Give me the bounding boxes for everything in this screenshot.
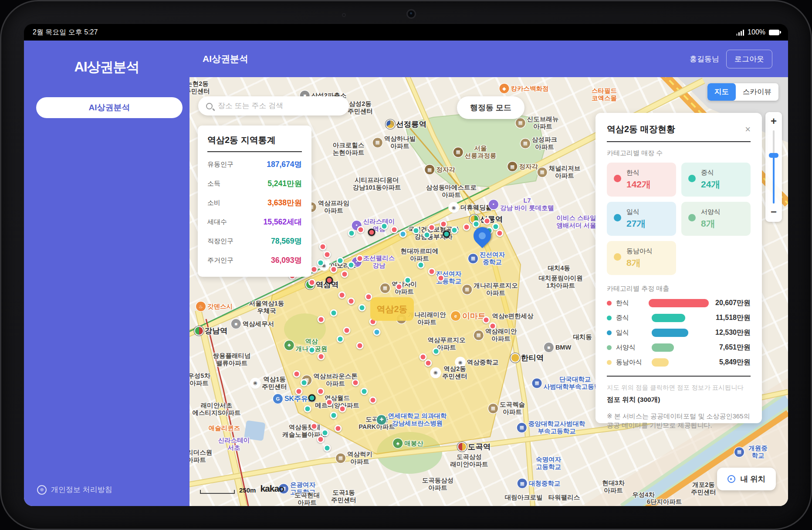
my-location-button[interactable]: 내 위치 bbox=[717, 468, 776, 490]
store-marker[interactable] bbox=[311, 423, 318, 430]
store-marker[interactable] bbox=[413, 227, 420, 234]
store-marker[interactable] bbox=[381, 223, 388, 230]
store-marker[interactable] bbox=[317, 388, 325, 395]
store-marker[interactable] bbox=[308, 394, 316, 402]
poi-icon: ■ bbox=[231, 319, 241, 329]
close-icon[interactable]: × bbox=[745, 125, 751, 134]
store-marker[interactable] bbox=[339, 405, 346, 413]
store-marker[interactable] bbox=[359, 304, 366, 312]
store-marker[interactable] bbox=[317, 436, 325, 443]
store-marker[interactable] bbox=[417, 262, 425, 269]
store-marker[interactable] bbox=[326, 399, 333, 406]
store-marker[interactable] bbox=[440, 221, 447, 228]
stats-value: 5,241만원 bbox=[267, 178, 302, 189]
zoom-slider-handle[interactable] bbox=[769, 153, 778, 158]
district-mode-button[interactable]: 행정동 모드 bbox=[457, 96, 524, 119]
store-marker[interactable] bbox=[433, 348, 440, 355]
map-label: 선정릉역 bbox=[386, 120, 426, 129]
store-marker[interactable] bbox=[428, 268, 436, 275]
store-marker[interactable] bbox=[330, 412, 338, 419]
store-marker[interactable] bbox=[391, 226, 398, 234]
store-marker[interactable] bbox=[321, 429, 329, 437]
logout-button[interactable]: 로그아웃 bbox=[726, 50, 772, 68]
map-canvas[interactable]: 논현2동 주민센터■삼성2파출소삼성2동 주민센터◆캉카스백화점스타필드 코엑스… bbox=[189, 77, 788, 506]
store-marker[interactable] bbox=[301, 379, 308, 387]
store-panel-title: 역삼2동 매장현황 bbox=[607, 123, 675, 135]
store-marker[interactable] bbox=[352, 379, 359, 387]
store-marker[interactable] bbox=[361, 388, 368, 395]
store-marker[interactable] bbox=[326, 277, 333, 284]
store-marker[interactable] bbox=[489, 323, 497, 330]
map-label: ▦채널리저브 아파트 bbox=[538, 165, 581, 179]
store-marker[interactable] bbox=[399, 231, 407, 238]
map-label-text: 대치4동 bbox=[548, 265, 570, 272]
map-label: ♣매봉산 bbox=[393, 438, 423, 448]
map-type-map[interactable]: 지도 bbox=[707, 83, 736, 101]
stats-value: 78,569명 bbox=[271, 236, 302, 246]
store-marker[interactable] bbox=[425, 360, 432, 367]
map-label: ▦진선여자 중학교 bbox=[468, 251, 505, 265]
store-marker[interactable] bbox=[337, 257, 344, 265]
store-marker[interactable] bbox=[356, 255, 364, 262]
map-label-text: 역삼프라임 아파트 bbox=[318, 200, 350, 214]
category-count: 24개 bbox=[701, 178, 720, 190]
store-marker[interactable] bbox=[324, 251, 331, 258]
store-marker[interactable] bbox=[318, 316, 325, 323]
store-marker[interactable] bbox=[341, 271, 348, 278]
store-marker[interactable] bbox=[356, 342, 364, 350]
store-marker[interactable] bbox=[317, 259, 325, 267]
map-label: 역삼e편한세상 bbox=[492, 313, 533, 320]
store-marker[interactable] bbox=[308, 347, 316, 354]
store-marker[interactable] bbox=[357, 226, 365, 234]
store-marker[interactable] bbox=[348, 298, 355, 305]
zoom-out-button[interactable]: − bbox=[771, 205, 777, 219]
store-marker[interactable] bbox=[423, 231, 431, 239]
store-marker[interactable] bbox=[396, 283, 403, 291]
store-marker[interactable] bbox=[451, 227, 458, 234]
store-marker[interactable] bbox=[330, 309, 338, 317]
sidebar-item-analysis[interactable]: AI상권분석 bbox=[36, 97, 183, 118]
privacy-link[interactable]: ⊕ 개인정보 처리방침 bbox=[37, 485, 112, 495]
store-marker[interactable] bbox=[404, 277, 412, 284]
store-marker[interactable] bbox=[295, 388, 303, 395]
store-marker[interactable] bbox=[437, 275, 445, 282]
search-input[interactable] bbox=[217, 101, 341, 111]
store-marker[interactable] bbox=[308, 279, 316, 286]
store-marker[interactable] bbox=[324, 445, 331, 452]
store-marker[interactable] bbox=[443, 231, 450, 238]
store-marker[interactable] bbox=[463, 224, 470, 231]
store-marker[interactable] bbox=[348, 230, 355, 237]
map-label-text: 삼성동마에스트로 아파트 bbox=[426, 184, 477, 198]
store-marker[interactable] bbox=[484, 217, 491, 225]
store-marker[interactable] bbox=[473, 221, 480, 228]
store-marker[interactable] bbox=[373, 329, 381, 336]
store-marker[interactable] bbox=[311, 266, 318, 273]
store-marker[interactable] bbox=[483, 316, 490, 324]
sales-row: 일식12,530만원 bbox=[607, 328, 751, 337]
zoom-in-button[interactable]: + bbox=[771, 115, 777, 129]
store-marker[interactable] bbox=[337, 336, 344, 343]
store-marker[interactable] bbox=[496, 230, 504, 237]
store-marker[interactable] bbox=[369, 397, 377, 404]
store-marker[interactable] bbox=[428, 224, 436, 231]
category-card: 한식142개 bbox=[607, 163, 676, 197]
poi-icon: ◉ bbox=[250, 378, 260, 388]
store-marker[interactable] bbox=[368, 229, 376, 236]
zoom-slider-track[interactable] bbox=[773, 130, 775, 204]
sales-section-label: 카테고리별 추정 매출 bbox=[607, 285, 751, 293]
store-marker[interactable] bbox=[330, 266, 338, 273]
store-marker[interactable] bbox=[348, 262, 355, 269]
store-marker[interactable] bbox=[420, 353, 427, 361]
store-marker[interactable] bbox=[293, 370, 301, 378]
map-label-text: 도곡삼성 래미안아파트 bbox=[450, 453, 488, 468]
store-marker[interactable] bbox=[338, 292, 346, 299]
map-label-text: 스타필드 코엑스몰 bbox=[592, 87, 617, 102]
store-marker[interactable] bbox=[343, 327, 351, 334]
store-marker[interactable] bbox=[335, 425, 342, 432]
store-marker[interactable] bbox=[304, 405, 311, 413]
store-marker[interactable] bbox=[319, 243, 327, 251]
sales-value: 11,518만원 bbox=[709, 313, 751, 323]
map-type-skyview[interactable]: 스카이뷰 bbox=[736, 83, 778, 101]
map-label-text: 조선팰리스 강남 bbox=[363, 255, 395, 269]
store-marker[interactable] bbox=[318, 353, 325, 360]
